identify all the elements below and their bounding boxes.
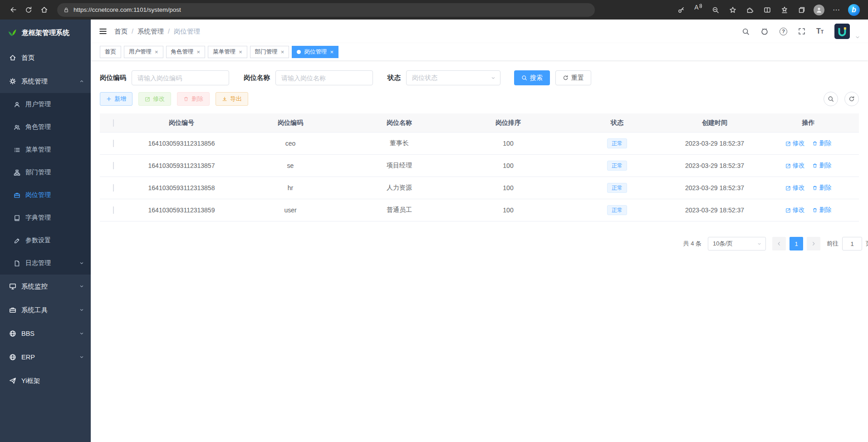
chevron-down-icon: [79, 284, 84, 289]
browser-profile-avatar[interactable]: [814, 5, 824, 15]
tab-menu-management[interactable]: 菜单管理 ×: [208, 46, 247, 58]
breadcrumb-home[interactable]: 首页: [114, 27, 128, 36]
extensions-icon[interactable]: [745, 4, 755, 16]
menu-fold-icon[interactable]: [99, 27, 107, 35]
table-toolbar: 新增 修改 删除 导出: [91, 85, 868, 111]
sidebar-item-system-tools[interactable]: 系统工具: [0, 298, 91, 322]
tab-dept-management[interactable]: 部门管理 ×: [250, 46, 289, 58]
toggle-search-icon[interactable]: [824, 92, 838, 106]
split-screen-icon[interactable]: [762, 4, 773, 16]
post-name-input[interactable]: [275, 70, 373, 85]
sidebar-item-erp[interactable]: ERP: [0, 345, 91, 369]
row-edit-link[interactable]: 修改: [785, 206, 805, 214]
collections-icon[interactable]: [796, 4, 807, 16]
browser-home-icon[interactable]: [36, 2, 52, 18]
row-delete-link[interactable]: 删除: [812, 206, 832, 214]
goto-page-input[interactable]: [842, 237, 862, 250]
bing-icon[interactable]: b: [848, 4, 860, 16]
sidebar-item-dept-management[interactable]: 部门管理: [0, 161, 91, 184]
add-button[interactable]: 新增: [100, 92, 132, 106]
sidebar-item-system-management[interactable]: 系统管理: [0, 69, 91, 93]
github-icon[interactable]: [760, 27, 769, 35]
password-key-icon[interactable]: [676, 4, 687, 16]
cell-post-sort: 100: [454, 162, 563, 169]
zoom-out-icon[interactable]: [710, 4, 721, 16]
post-code-input[interactable]: [132, 70, 229, 85]
row-checkbox[interactable]: [113, 206, 114, 214]
close-icon[interactable]: ×: [239, 49, 242, 55]
sidebar-item-menu-management[interactable]: 菜单管理: [0, 138, 91, 161]
close-icon[interactable]: ×: [197, 49, 201, 55]
tab-label: 首页: [105, 48, 116, 56]
sidebar-item-role-management[interactable]: 角色管理: [0, 116, 91, 138]
cell-post-sort: 100: [454, 140, 563, 147]
sidebar-item-bbs[interactable]: BBS: [0, 322, 91, 345]
tab-label: 岗位管理: [304, 48, 327, 56]
sidebar-item-user-management[interactable]: 用户管理: [0, 93, 91, 116]
avatar-caret-icon[interactable]: [855, 35, 860, 39]
prev-page-button[interactable]: [772, 237, 786, 250]
sidebar-item-param-settings[interactable]: 参数设置: [0, 229, 91, 252]
sidebar-item-dict-management[interactable]: 字典管理: [0, 206, 91, 229]
browser-refresh-icon[interactable]: [21, 2, 36, 18]
row-delete-link[interactable]: 删除: [812, 184, 832, 192]
sidebar-item-system-monitor[interactable]: 系统监控: [0, 275, 91, 298]
column-header: 创建时间: [672, 119, 758, 127]
close-icon[interactable]: ×: [330, 49, 333, 55]
sidebar-item-log-management[interactable]: 日志管理: [0, 252, 91, 275]
reset-button[interactable]: 重置: [555, 70, 591, 85]
close-icon[interactable]: ×: [155, 49, 158, 55]
browser-chrome: https://ccnetcore.com:1101/system/post A: [0, 0, 868, 20]
read-aloud-icon[interactable]: A: [693, 4, 704, 16]
select-all-checkbox[interactable]: [113, 119, 114, 127]
sidebar-item-yi-framework[interactable]: Yi框架: [0, 369, 91, 393]
row-edit-link[interactable]: 修改: [785, 184, 805, 192]
sidebar-item-label: 系统监控: [21, 282, 48, 291]
search-button[interactable]: 搜索: [514, 70, 550, 85]
row-checkbox[interactable]: [113, 140, 114, 147]
favorites-add-icon[interactable]: [727, 4, 738, 16]
refresh-table-icon[interactable]: [844, 92, 859, 106]
browser-address-bar[interactable]: https://ccnetcore.com:1101/system/post: [57, 3, 595, 17]
header-search-icon[interactable]: [742, 28, 750, 35]
row-checkbox[interactable]: [113, 162, 114, 169]
next-page-button[interactable]: [807, 237, 820, 250]
tab-label: 用户管理: [129, 48, 152, 56]
page-size-select[interactable]: 10条/页: [708, 237, 766, 250]
cell-post-code: ceo: [236, 140, 345, 147]
font-size-icon[interactable]: TT: [816, 28, 824, 35]
sidebar-item-label: 参数设置: [25, 236, 51, 245]
cell-post-sort: 100: [454, 206, 563, 214]
help-icon[interactable]: ?: [780, 28, 787, 35]
page-number-button[interactable]: 1: [790, 237, 803, 250]
tab-home[interactable]: 首页: [100, 46, 121, 58]
cell-post-name: 人力资源: [345, 184, 454, 192]
sidebar-item-label: 菜单管理: [25, 146, 51, 154]
edit-button[interactable]: 修改: [138, 92, 171, 106]
column-header: 岗位编号: [127, 119, 236, 127]
tab-post-management[interactable]: 岗位管理 ×: [292, 46, 338, 58]
browser-back-icon[interactable]: [5, 2, 21, 18]
app-logo: 意框架管理系统: [0, 20, 91, 46]
favorites-bar-icon[interactable]: [779, 4, 790, 16]
export-button[interactable]: 导出: [216, 92, 248, 106]
tab-bar: 首页 用户管理 × 角色管理 × 菜单管理 × 部门管理 × 岗位管理 ×: [91, 43, 868, 60]
row-checkbox[interactable]: [113, 184, 114, 192]
tab-role-management[interactable]: 角色管理 ×: [166, 46, 206, 58]
user-avatar[interactable]: [834, 24, 850, 39]
delete-button[interactable]: 删除: [177, 92, 210, 106]
row-delete-link[interactable]: 删除: [812, 162, 832, 170]
fullscreen-icon[interactable]: [798, 28, 805, 35]
browser-more-icon[interactable]: ⋯: [831, 4, 842, 16]
row-edit-link[interactable]: 修改: [785, 162, 805, 170]
column-header: 岗位排序: [454, 119, 563, 127]
row-delete-link[interactable]: 删除: [812, 139, 832, 147]
cell-post-code: hr: [236, 184, 345, 192]
status-select[interactable]: 岗位状态: [406, 70, 500, 85]
sidebar-item-home[interactable]: 首页: [0, 46, 91, 69]
sidebar-item-post-management[interactable]: 岗位管理: [0, 184, 91, 206]
row-edit-link[interactable]: 修改: [785, 139, 805, 147]
page-unit-label: 页: [866, 240, 868, 248]
close-icon[interactable]: ×: [281, 49, 284, 55]
tab-user-management[interactable]: 用户管理 ×: [124, 46, 163, 58]
